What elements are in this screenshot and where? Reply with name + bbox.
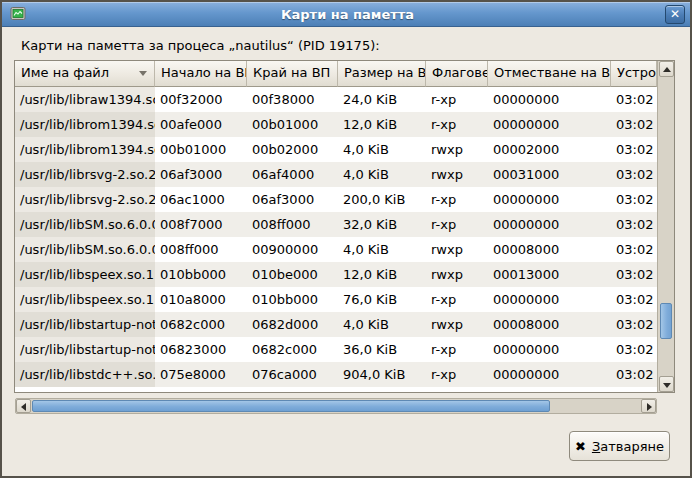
process-info-label: Карти на паметта за процеса „nautilus“ (…: [21, 38, 380, 53]
cell-end: 06af3000: [247, 187, 338, 212]
cell-size: 12,0 KiB: [338, 262, 426, 287]
cell-size: 4,0 KiB: [338, 137, 426, 162]
close-x-icon: ✖: [575, 439, 586, 454]
cell-flags: r-xp: [426, 212, 488, 237]
scroll-right-button[interactable]: [641, 399, 656, 413]
vertical-scrollbar[interactable]: [657, 61, 674, 392]
cell-size: 4,0 KiB: [338, 237, 426, 262]
cell-offset: 00000000: [488, 112, 611, 137]
cell-size: 4,0 KiB: [338, 162, 426, 187]
dialog-content: Карти на паметта за процеса „nautilus“ (…: [2, 27, 690, 476]
cell-start: 008f7000: [155, 212, 247, 237]
cell-file: /usr/lib/librom1394.so: [15, 137, 155, 162]
table-row[interactable]: /usr/lib/libSM.so.6.0.0008ff000009000004…: [15, 237, 657, 262]
cell-end: 0682c000: [247, 337, 338, 362]
table-row[interactable]: /usr/lib/librom1394.so00b0100000b020004,…: [15, 137, 657, 162]
cell-size: 24,0 KiB: [338, 87, 426, 112]
cell-device: 03:02: [611, 337, 657, 362]
column-header-label: Начало на ВП: [161, 65, 247, 80]
cell-start: 0682c000: [155, 312, 247, 337]
table-row[interactable]: /usr/lib/libstartup-not0682c0000682d0004…: [15, 312, 657, 337]
table-header: Име на файлНачало на ВПКрай на ВПРазмер …: [15, 61, 657, 87]
column-header-file[interactable]: Име на файл: [15, 61, 155, 87]
cell-size: 12,0 KiB: [338, 112, 426, 137]
column-header-end[interactable]: Край на ВП: [247, 61, 338, 87]
cell-size: 200,0 KiB: [338, 187, 426, 212]
column-header-device[interactable]: Устройство: [611, 61, 657, 87]
cell-start: 00b01000: [155, 137, 247, 162]
window-title: Карти на паметта: [30, 7, 665, 22]
cell-flags: r-xp: [426, 287, 488, 312]
cell-start: 008ff000: [155, 237, 247, 262]
cell-offset: 00000000: [488, 87, 611, 112]
cell-file: /usr/lib/libstartup-not: [15, 312, 155, 337]
memory-maps-dialog: Карти на паметта ✕ Карти на паметта за п…: [0, 0, 692, 478]
cell-start: 06ac1000: [155, 187, 247, 212]
cell-offset: 00002000: [488, 137, 611, 162]
cell-offset: 00000000: [488, 287, 611, 312]
cell-file: /usr/lib/libspeex.so.1: [15, 262, 155, 287]
memory-maps-table: Име на файлНачало на ВПКрай на ВПРазмер …: [15, 61, 657, 392]
cell-flags: r-xp: [426, 112, 488, 137]
cell-start: 00f32000: [155, 87, 247, 112]
cell-offset: 00000000: [488, 187, 611, 212]
cell-start: 06af3000: [155, 162, 247, 187]
cell-file: /usr/lib/libraw1394.so: [15, 87, 155, 112]
table-row[interactable]: /usr/lib/libstartup-not068230000682c0003…: [15, 337, 657, 362]
cell-offset: 00000000: [488, 362, 611, 387]
cell-flags: r-xp: [426, 362, 488, 387]
table-row[interactable]: /usr/lib/libSM.so.6.0.0008f7000008ff0003…: [15, 212, 657, 237]
vertical-scrollbar-thumb[interactable]: [660, 303, 672, 339]
system-monitor-icon[interactable]: [10, 6, 26, 22]
cell-flags: rwxp: [426, 237, 488, 262]
table-row[interactable]: /usr/lib/libspeex.so.1010bb000010be00012…: [15, 262, 657, 287]
cell-end: 010bb000: [247, 287, 338, 312]
column-header-offset[interactable]: Отместване на ВП: [488, 61, 611, 87]
cell-device: 03:02: [611, 87, 657, 112]
column-header-start[interactable]: Начало на ВП: [155, 61, 247, 87]
table-row[interactable]: /usr/lib/librsvg-2.so.206ac100006af30002…: [15, 187, 657, 212]
cell-file: /usr/lib/libSM.so.6.0.0: [15, 212, 155, 237]
close-button-label: Затваряне: [592, 439, 664, 454]
cell-device: 03:02: [611, 162, 657, 187]
column-header-flags[interactable]: Флагове: [426, 61, 488, 87]
cell-file: /usr/lib/libSM.so.6.0.0: [15, 237, 155, 262]
cell-end: 0682d000: [247, 312, 338, 337]
column-header-label: Размер на ВП: [344, 65, 426, 80]
titlebar[interactable]: Карти на паметта ✕: [2, 2, 690, 27]
cell-end: 008ff000: [247, 212, 338, 237]
cell-end: 06af4000: [247, 162, 338, 187]
close-dialog-button[interactable]: ✖ Затваряне: [569, 431, 670, 461]
cell-file: /usr/lib/libstartup-not: [15, 337, 155, 362]
table-row[interactable]: /usr/lib/libspeex.so.1010a8000010bb00076…: [15, 287, 657, 312]
cell-flags: r-xp: [426, 187, 488, 212]
cell-file: /usr/lib/libspeex.so.1: [15, 287, 155, 312]
cell-flags: rwxp: [426, 262, 488, 287]
cell-device: 03:02: [611, 262, 657, 287]
cell-start: 010a8000: [155, 287, 247, 312]
cell-size: 36,0 KiB: [338, 337, 426, 362]
cell-end: 00f38000: [247, 87, 338, 112]
cell-end: 076ca000: [247, 362, 338, 387]
cell-offset: 00008000: [488, 237, 611, 262]
column-header-size[interactable]: Размер на ВП: [338, 61, 426, 87]
horizontal-scrollbar-thumb[interactable]: [32, 400, 550, 412]
cell-device: 03:02: [611, 112, 657, 137]
scroll-left-button[interactable]: [16, 399, 31, 413]
close-window-button[interactable]: ✕: [665, 5, 685, 24]
table-row[interactable]: /usr/lib/libstdc++.so.6075e8000076ca0009…: [15, 362, 657, 387]
cell-file: /usr/lib/librsvg-2.so.2: [15, 187, 155, 212]
table-row[interactable]: /usr/lib/libraw1394.so00f3200000f3800024…: [15, 87, 657, 112]
cell-size: 32,0 KiB: [338, 212, 426, 237]
cell-size: 904,0 KiB: [338, 362, 426, 387]
cell-flags: rwxp: [426, 312, 488, 337]
cell-start: 06823000: [155, 337, 247, 362]
table-row[interactable]: /usr/lib/librom1394.so00afe00000b0100012…: [15, 112, 657, 137]
cell-offset: 00000000: [488, 337, 611, 362]
table-body: /usr/lib/libraw1394.so00f3200000f3800024…: [15, 87, 657, 387]
horizontal-scrollbar[interactable]: [15, 398, 657, 414]
scroll-down-button[interactable]: [659, 376, 674, 392]
scroll-up-button[interactable]: [659, 61, 674, 77]
column-header-label: Име на файл: [21, 65, 109, 80]
table-row[interactable]: /usr/lib/librsvg-2.so.206af300006af40004…: [15, 162, 657, 187]
